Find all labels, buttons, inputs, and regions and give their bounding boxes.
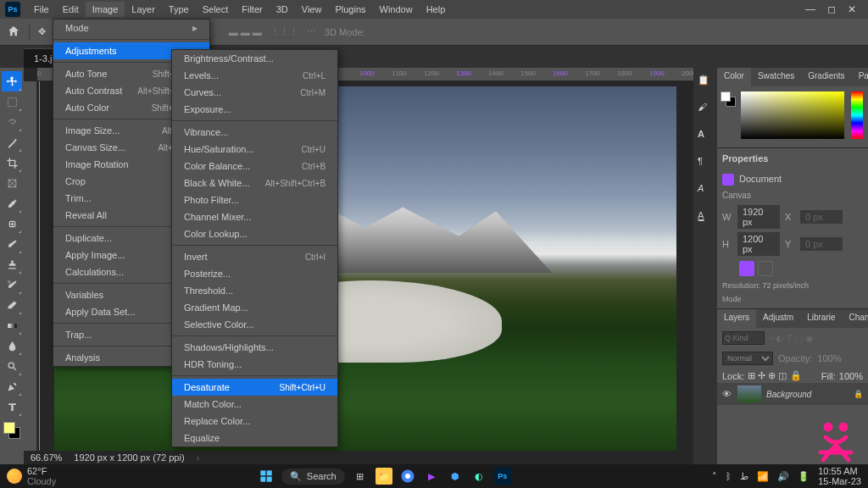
taskbar-search[interactable]: 🔍Search — [281, 469, 345, 485]
menu-item-vibrance[interactable]: Vibrance... — [172, 124, 337, 141]
menu-plugins[interactable]: Plugins — [328, 2, 372, 17]
menu-layer[interactable]: Layer — [125, 2, 162, 17]
start-button[interactable] — [258, 468, 275, 485]
menu-type[interactable]: Type — [162, 2, 196, 17]
width-value[interactable]: 1920 px — [737, 205, 780, 229]
menu-item-brightness-contrast[interactable]: Brightness/Contrast... — [172, 50, 337, 67]
layer-item[interactable]: 👁 Background 🔒 — [717, 383, 868, 405]
restore-button[interactable]: ◻ — [827, 3, 836, 15]
minimize-button[interactable]: — — [805, 3, 815, 15]
fill-value[interactable]: 100% — [839, 371, 863, 381]
menu-item-hue-saturation[interactable]: Hue/Saturation...Ctrl+U — [172, 141, 337, 158]
eraser-tool[interactable] — [2, 295, 22, 315]
layer-name[interactable]: Background — [766, 390, 811, 399]
opacity-value[interactable]: 100% — [817, 353, 841, 363]
wand-tool[interactable] — [2, 132, 22, 152]
dodge-tool[interactable] — [2, 356, 22, 376]
menu-select[interactable]: Select — [196, 2, 236, 17]
ruler-vertical[interactable] — [24, 81, 37, 464]
language-indicator[interactable]: ط — [740, 471, 748, 482]
crop-tool[interactable] — [2, 152, 22, 173]
tab-swatches[interactable]: Swatches — [751, 68, 801, 86]
menu-file[interactable]: File — [27, 2, 56, 17]
home-icon[interactable] — [7, 25, 20, 40]
visibility-icon[interactable]: 👁 — [722, 389, 732, 399]
menu-image[interactable]: Image — [86, 2, 125, 17]
history-icon[interactable]: 📋 — [698, 75, 713, 90]
menu-item-black-white[interactable]: Black & White...Alt+Shift+Ctrl+B — [172, 175, 337, 191]
menu-item-gradient-map[interactable]: Gradient Map... — [172, 299, 337, 316]
bluetooth-icon[interactable]: ᛒ — [726, 471, 732, 481]
marquee-tool[interactable] — [2, 92, 22, 112]
lock-icon[interactable]: 🔒 — [854, 390, 863, 398]
brush-tool[interactable] — [2, 234, 22, 254]
history-brush-tool[interactable] — [2, 274, 22, 295]
wifi-icon[interactable]: 📶 — [757, 471, 769, 482]
orientation-landscape-icon[interactable] — [758, 261, 773, 276]
menu-item-hdr-toning[interactable]: HDR Toning... — [172, 356, 337, 373]
explorer-icon[interactable]: 📁 — [376, 468, 392, 485]
tab-color[interactable]: Color — [717, 68, 751, 86]
menu-3d[interactable]: 3D — [270, 2, 295, 17]
layer-filter-input[interactable] — [722, 331, 765, 345]
glyphs-icon[interactable]: A — [698, 183, 713, 198]
clock[interactable]: 10:55 AM15-Mar-23 — [818, 466, 861, 486]
lasso-tool[interactable] — [2, 112, 22, 132]
color-swatch[interactable] — [3, 422, 20, 439]
app-icon-3[interactable]: ◐ — [470, 468, 487, 485]
blend-mode-select[interactable]: Normal — [722, 352, 773, 365]
orientation-portrait-icon[interactable] — [739, 261, 754, 276]
tab-layers[interactable]: Layers — [717, 309, 756, 328]
menu-item-shadows-highlights[interactable]: Shadows/Highlights... — [172, 339, 337, 356]
menu-item-threshold[interactable]: Threshold... — [172, 282, 337, 299]
menu-item-photo-filter[interactable]: Photo Filter... — [172, 191, 337, 208]
x-value[interactable]: 0 px — [800, 210, 843, 224]
menu-item-invert[interactable]: InvertCtrl+I — [172, 248, 337, 265]
battery-icon[interactable]: 🔋 — [798, 471, 810, 482]
menu-item-mode[interactable]: Mode▶ — [53, 19, 209, 36]
stamp-tool[interactable] — [2, 254, 22, 274]
pen-tool[interactable] — [2, 376, 22, 396]
task-view-icon[interactable]: ⊞ — [352, 468, 369, 485]
menu-help[interactable]: Help — [420, 2, 453, 17]
menu-item-replace-color[interactable]: Replace Color... — [172, 413, 337, 430]
menu-item-curves[interactable]: Curves...Ctrl+M — [172, 84, 337, 101]
app-icon-1[interactable]: ▶ — [423, 468, 440, 485]
mini-swatch[interactable] — [721, 92, 736, 107]
hue-slider[interactable] — [851, 92, 863, 139]
y-value[interactable]: 0 px — [800, 237, 843, 251]
paragraph-icon[interactable]: ¶ — [698, 156, 713, 171]
styles-icon[interactable]: A̲ — [698, 210, 713, 225]
move-tool[interactable] — [2, 71, 22, 92]
menu-item-levels[interactable]: Levels...Ctrl+L — [172, 67, 337, 84]
tab-patterns[interactable]: Patterns — [852, 68, 868, 86]
photoshop-taskbar-icon[interactable]: Ps — [494, 468, 511, 485]
tab-channe[interactable]: Channe — [843, 309, 869, 328]
gradient-tool[interactable] — [2, 315, 22, 336]
menu-view[interactable]: View — [295, 2, 329, 17]
weather-widget[interactable]: 62°FCloudy — [7, 466, 56, 486]
healing-tool[interactable] — [2, 214, 22, 234]
blur-tool[interactable] — [2, 336, 22, 356]
menu-item-posterize[interactable]: Posterize... — [172, 265, 337, 282]
menu-edit[interactable]: Edit — [56, 2, 86, 17]
height-value[interactable]: 1200 px — [737, 232, 780, 256]
lock-icons[interactable]: ⊞ ✢ ⊕ ◫ 🔒 — [748, 370, 801, 381]
tab-gradients[interactable]: Gradients — [801, 68, 851, 86]
brushes-icon[interactable]: 🖌 — [698, 102, 713, 117]
menu-item-desaturate[interactable]: DesaturateShift+Ctrl+U — [172, 379, 337, 396]
color-picker[interactable] — [741, 92, 844, 139]
menu-item-match-color[interactable]: Match Color... — [172, 396, 337, 413]
frame-tool[interactable] — [2, 173, 22, 193]
document-info[interactable]: 1920 px x 1200 px (72 ppi) — [74, 452, 184, 463]
menu-filter[interactable]: Filter — [235, 2, 269, 17]
close-button[interactable]: ✕ — [848, 3, 856, 15]
menu-item-equalize[interactable]: Equalize — [172, 430, 337, 446]
tab-adjustm[interactable]: Adjustm — [756, 309, 800, 328]
menu-item-exposure[interactable]: Exposure... — [172, 101, 337, 118]
chrome-icon[interactable] — [399, 468, 416, 485]
menu-item-color-balance[interactable]: Color Balance...Ctrl+B — [172, 158, 337, 175]
character-icon[interactable]: A — [698, 129, 713, 144]
volume-icon[interactable]: 🔊 — [777, 471, 789, 482]
menu-item-color-lookup[interactable]: Color Lookup... — [172, 225, 337, 242]
